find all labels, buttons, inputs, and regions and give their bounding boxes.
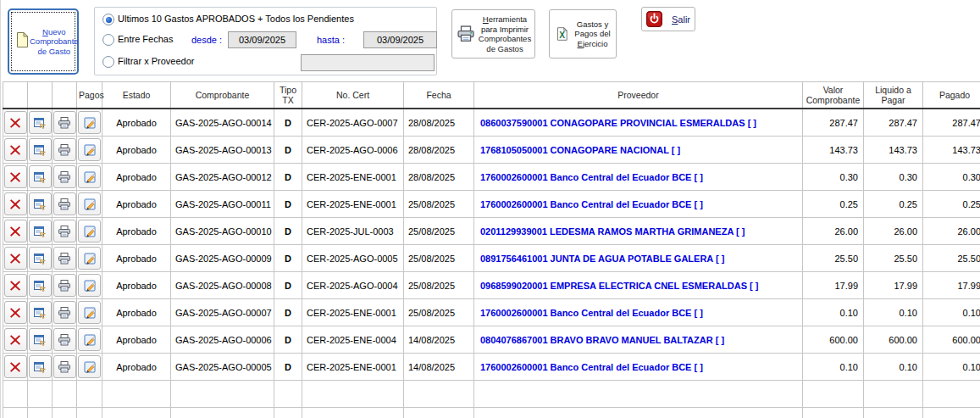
- print-tool-line: Comprobantes: [478, 34, 532, 44]
- pagos-edit-button[interactable]: [78, 220, 101, 242]
- row-properties-button[interactable]: [29, 355, 52, 378]
- tipo-tx-cell: D: [274, 191, 302, 218]
- delete-row-button[interactable]: [4, 301, 27, 324]
- row-properties-button[interactable]: [29, 138, 52, 161]
- proveedor-link[interactable]: 0860037590001 CONAGOPARE PROVINCIAL ESME…: [480, 118, 756, 128]
- pagos-edit-button[interactable]: [78, 138, 101, 161]
- row-properties-button[interactable]: [29, 220, 52, 242]
- print-vouchers-tool-button[interactable]: Herramienta para Imprimir Comprobantes d…: [451, 9, 535, 59]
- expenses-payments-excel-button[interactable]: X Gastos y Pagos del Ejercicio: [549, 9, 617, 59]
- delete-icon: [8, 225, 22, 238]
- print-row-button[interactable]: [53, 328, 76, 351]
- row-properties-button[interactable]: [29, 274, 52, 297]
- proveedor-link[interactable]: 0804076867001 BRAVO BRAVO MANUEL BALTAZA…: [480, 335, 724, 345]
- excel-button-line: Ejercicio: [572, 39, 613, 49]
- valor-comprobante-cell: 17.99: [803, 272, 864, 299]
- print-icon: [58, 360, 71, 374]
- delete-icon: [8, 143, 22, 157]
- row-properties-button[interactable]: [29, 111, 52, 134]
- proveedor-link[interactable]: 1760002600001 Banco Central del Ecuador …: [480, 362, 703, 372]
- pagado-cell: 0.10: [923, 299, 980, 326]
- row-properties-button[interactable]: [29, 301, 52, 324]
- proveedor-link[interactable]: 1760002600001 Banco Central del Ecuador …: [480, 199, 703, 209]
- liquido-a-pagar-cell: 25.50: [864, 245, 923, 272]
- print-row-button[interactable]: [53, 138, 76, 161]
- print-icon: [58, 225, 71, 238]
- power-icon: [646, 11, 662, 27]
- liquido-a-pagar-cell: 600.00: [864, 326, 923, 354]
- proveedor-link[interactable]: 1760002600001 Banco Central del Ecuador …: [480, 172, 703, 182]
- delete-row-button[interactable]: [4, 328, 27, 351]
- hasta-date-field[interactable]: [363, 31, 437, 48]
- delete-row-button[interactable]: [4, 138, 27, 161]
- comprobante-cell: GAS-2025-AGO-00013: [171, 137, 274, 164]
- pagos-edit-button[interactable]: [78, 274, 101, 297]
- radio-between-dates[interactable]: [102, 34, 114, 46]
- row-properties-button[interactable]: [29, 247, 52, 270]
- print-row-button[interactable]: [53, 301, 76, 324]
- pagos-edit-button[interactable]: [78, 355, 101, 378]
- valor-comprobante-cell: 26.00: [803, 218, 864, 245]
- comprobante-cell: GAS-2025-AGO-00014: [171, 109, 274, 137]
- delete-icon: [8, 198, 22, 211]
- pagos-edit-button[interactable]: [78, 165, 101, 188]
- pagado-cell: 17.99: [923, 272, 980, 299]
- table-row: AprobadoGAS-2025-AGO-00014DCER-2025-AGO-…: [3, 109, 980, 137]
- expenses-grid: PagosEstadoComprobanteTipo TXNo. CertFec…: [3, 81, 980, 418]
- proveedor-link[interactable]: 1760002600001 Banco Central del Ecuador …: [480, 308, 703, 318]
- proveedor-link[interactable]: 1768105050001 CONAGOPARE NACIONAL [ ]: [480, 145, 680, 155]
- row-properties-button[interactable]: [29, 165, 52, 188]
- col-header-pagos: Pagos: [77, 82, 102, 109]
- print-row-button[interactable]: [53, 355, 76, 378]
- proveedor-link[interactable]: 0201129939001 LEDESMA RAMOS MARTHA GRIMA…: [480, 226, 745, 237]
- radio-filter-by-provider-label: Filtrar x Proveedor: [118, 56, 194, 66]
- print-row-button[interactable]: [53, 247, 76, 270]
- estado-cell: Aprobado: [102, 218, 171, 245]
- no-cert-cell: CER-2025-AGO-0004: [302, 272, 404, 299]
- svg-text:X: X: [559, 31, 565, 40]
- tipo-tx-cell: D: [274, 164, 302, 191]
- col-header-icons-2: [53, 82, 77, 109]
- pagos-edit-button[interactable]: [78, 111, 101, 134]
- pagos-edit-button[interactable]: [78, 301, 101, 324]
- proveedor-link[interactable]: 0968599020001 EMPRESA ELECTRICA CNEL ESM…: [480, 281, 758, 291]
- fecha-cell: 25/08/2025: [404, 191, 474, 218]
- row-properties-button[interactable]: [29, 192, 52, 215]
- proveedor-cell: 0891756461001 JUNTA DE AGUA POTABLE GALE…: [474, 245, 803, 272]
- pagos-edit-button[interactable]: [78, 247, 101, 270]
- row-properties-button[interactable]: [29, 328, 52, 351]
- delete-row-button[interactable]: [4, 165, 27, 188]
- new-expense-voucher-button[interactable]: Nuevo Comprobante de Gasto: [8, 8, 79, 75]
- delete-icon: [8, 252, 22, 265]
- proveedor-link[interactable]: 0891756461001 JUNTA DE AGUA POTABLE GALE…: [480, 254, 724, 264]
- properties-icon: [33, 360, 47, 374]
- properties-icon: [33, 116, 47, 130]
- col-header-liquido-a-pagar: Liquido a Pagar: [864, 82, 923, 109]
- liquido-a-pagar-cell: 26.00: [864, 218, 923, 245]
- no-cert-cell: CER-2025-ENE-0001: [302, 354, 404, 381]
- pagado-cell: 0.10: [923, 354, 980, 381]
- print-row-button[interactable]: [53, 165, 76, 188]
- exit-button[interactable]: Salir: [641, 7, 695, 31]
- radio-last-10-approved[interactable]: [102, 14, 114, 25]
- print-row-button[interactable]: [53, 220, 76, 242]
- table-row: AprobadoGAS-2025-AGO-00008DCER-2025-AGO-…: [3, 272, 980, 299]
- pagos-edit-button[interactable]: [78, 328, 101, 351]
- liquido-a-pagar-cell: 0.10: [864, 299, 923, 326]
- delete-icon: [8, 279, 22, 293]
- provider-filter-input[interactable]: [301, 54, 435, 71]
- radio-filter-by-provider[interactable]: [102, 56, 114, 68]
- delete-row-button[interactable]: [4, 111, 27, 134]
- delete-row-button[interactable]: [4, 355, 27, 378]
- delete-row-button[interactable]: [4, 192, 27, 215]
- pagos-edit-button[interactable]: [78, 192, 101, 215]
- print-row-button[interactable]: [53, 192, 76, 215]
- print-row-button[interactable]: [53, 111, 76, 134]
- delete-row-button[interactable]: [4, 247, 27, 270]
- edit-pagos-icon: [83, 225, 97, 238]
- comprobante-cell: GAS-2025-AGO-00012: [171, 164, 274, 191]
- delete-row-button[interactable]: [4, 220, 27, 242]
- print-row-button[interactable]: [53, 274, 76, 297]
- desde-date-field[interactable]: [228, 31, 296, 48]
- delete-row-button[interactable]: [4, 274, 27, 297]
